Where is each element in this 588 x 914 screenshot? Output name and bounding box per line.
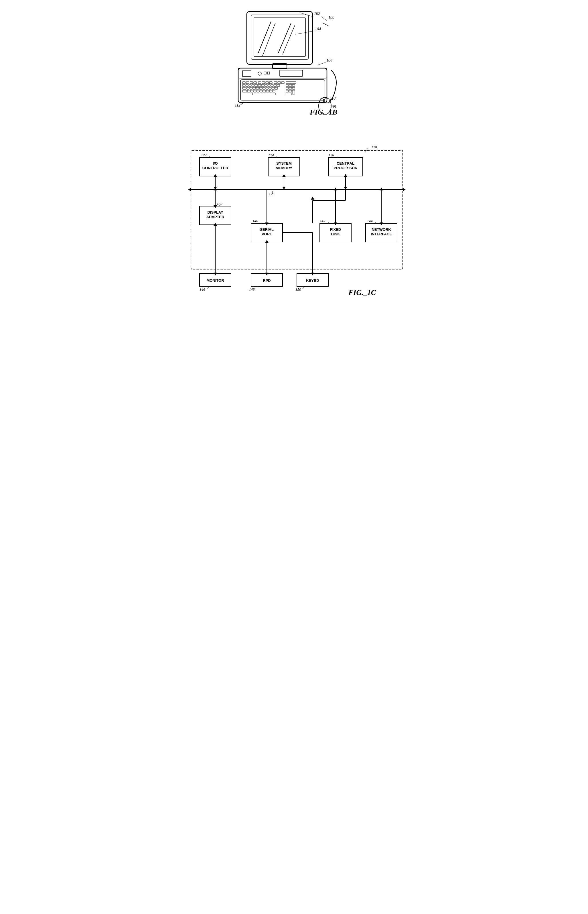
svg-rect-1: [251, 15, 308, 59]
svg-rect-35: [265, 84, 267, 86]
svg-rect-41: [289, 84, 292, 86]
display-adapter-label: DISPLAY: [207, 210, 223, 215]
svg-marker-128: [380, 223, 383, 225]
svg-rect-39: [277, 84, 280, 86]
svg-rect-71: [286, 93, 292, 95]
ref-148: 148: [249, 287, 255, 292]
svg-rect-13: [267, 72, 270, 74]
svg-rect-67: [252, 93, 275, 95]
svg-rect-22: [266, 82, 268, 84]
svg-text:FIG._1B: FIG._1B: [309, 108, 337, 115]
ref-120: 120: [371, 145, 377, 149]
ref-126: 126: [328, 153, 334, 157]
ref-144: 144: [367, 219, 373, 223]
svg-rect-23: [270, 82, 272, 84]
central-processor-label2: PROCESSOR: [333, 166, 357, 170]
svg-rect-62: [260, 90, 263, 92]
svg-rect-61: [257, 90, 259, 92]
computer-illustration: 102 100 104 106 108 110 112: [215, 8, 359, 115]
svg-rect-65: [270, 90, 272, 92]
io-controller-label2: CONTROLLER: [202, 166, 228, 170]
svg-rect-21: [262, 82, 265, 84]
svg-marker-144: [311, 273, 314, 276]
keybd-label: KEYBD: [306, 278, 319, 283]
network-interface-label: NETWORK: [372, 228, 391, 232]
ref-142: 142: [320, 219, 325, 223]
svg-rect-12: [264, 72, 266, 74]
svg-rect-58: [247, 90, 250, 92]
svg-rect-46: [253, 87, 256, 89]
svg-rect-33: [258, 84, 261, 86]
svg-marker-106: [344, 174, 347, 177]
svg-marker-119: [265, 223, 268, 225]
svg-marker-109: [403, 188, 405, 191]
svg-rect-36: [268, 84, 270, 86]
svg-line-141: [302, 286, 305, 289]
svg-rect-18: [250, 82, 253, 84]
svg-rect-60: [254, 90, 256, 92]
svg-text:112: 112: [235, 103, 241, 107]
svg-rect-30: [249, 84, 251, 86]
svg-rect-26: [281, 82, 284, 84]
svg-line-4: [263, 23, 275, 56]
svg-rect-70: [292, 90, 295, 94]
serial-port-label2: PORT: [262, 232, 272, 236]
svg-rect-53: [275, 87, 278, 89]
svg-text:106: 106: [326, 58, 332, 63]
svg-rect-47: [256, 87, 259, 89]
svg-rect-63: [263, 90, 266, 92]
svg-marker-103: [282, 174, 286, 177]
svg-text:110: 110: [330, 96, 336, 100]
svg-rect-45: [250, 87, 252, 89]
svg-rect-15: [241, 79, 325, 100]
svg-point-11: [258, 72, 262, 75]
svg-rect-14: [280, 70, 302, 76]
svg-text:104: 104: [315, 27, 321, 31]
svg-marker-133: [213, 273, 217, 276]
monitor-label: MONITOR: [207, 278, 224, 283]
display-adapter-label2: ADAPTER: [207, 215, 225, 219]
ref-140: 140: [252, 219, 258, 223]
svg-rect-27: [286, 82, 296, 84]
svg-marker-100: [213, 174, 217, 177]
svg-rect-48: [259, 87, 262, 89]
svg-rect-19: [254, 82, 257, 84]
svg-rect-37: [271, 84, 273, 86]
svg-rect-68: [286, 90, 289, 92]
svg-rect-31: [252, 84, 255, 86]
fig1c-svg: 120 I/O CONTROLLER 122 SYSTEM MEMORY 124…: [188, 143, 405, 304]
svg-rect-20: [258, 82, 261, 84]
svg-rect-29: [246, 84, 248, 86]
serial-port-label: SERIAL: [260, 228, 274, 232]
svg-rect-56: [292, 87, 295, 89]
svg-line-81: [296, 31, 314, 34]
fixed-disk-label: FIXED: [330, 228, 341, 232]
central-processor-label: CENTRAL: [337, 161, 354, 166]
svg-line-3: [258, 21, 271, 53]
svg-rect-51: [269, 87, 271, 89]
fixed-disk-label2: DISK: [331, 232, 340, 236]
svg-rect-57: [242, 90, 247, 92]
svg-rect-24: [274, 82, 277, 84]
svg-rect-52: [272, 87, 275, 89]
svg-marker-139: [265, 240, 268, 243]
svg-marker-108: [188, 188, 191, 191]
svg-line-78: [321, 17, 327, 21]
rpd-label: RPD: [263, 278, 271, 283]
fig1b-section: 102 100 104 106 108 110 112: [185, 6, 403, 126]
system-memory-label: SYSTEM: [276, 161, 291, 166]
svg-line-6: [283, 25, 295, 54]
svg-marker-114: [213, 205, 217, 208]
svg-text:102: 102: [314, 11, 320, 16]
io-controller-label: I/O: [213, 161, 218, 166]
svg-rect-59: [250, 90, 253, 92]
svg-rect-54: [286, 87, 289, 89]
ref-122: 122: [201, 153, 207, 157]
svg-rect-17: [246, 82, 249, 84]
svg-line-131: [208, 286, 210, 289]
fig1c-label: FIG._1C: [348, 288, 376, 297]
svg-rect-32: [255, 84, 258, 86]
svg-rect-44: [247, 87, 249, 89]
svg-rect-69: [289, 90, 292, 92]
svg-rect-66: [273, 90, 275, 92]
